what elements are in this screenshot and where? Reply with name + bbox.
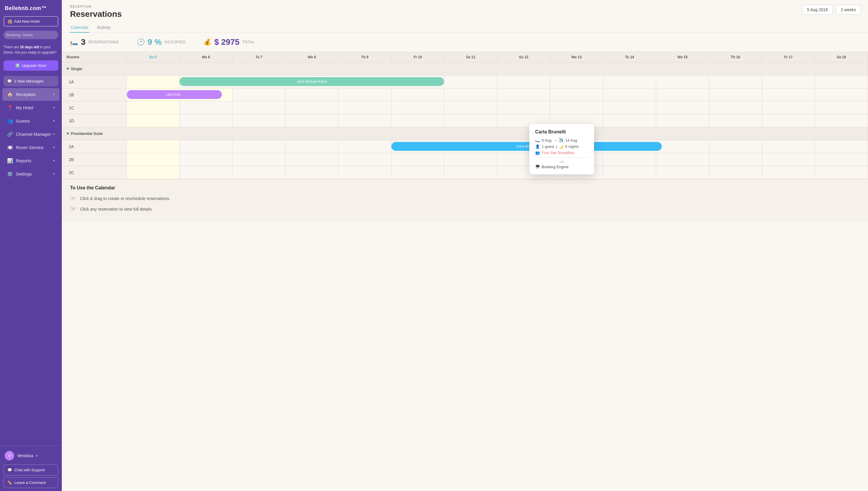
cell-2a-th16[interactable] [709,140,762,153]
cell-2a-mo6[interactable] [180,140,232,153]
sidebar-item-reception[interactable]: 🏠 Reception ▾ [2,88,59,101]
cell-1b-tu7[interactable] [232,88,285,101]
cell-2b-we15[interactable] [656,153,709,166]
cell-2c-th9[interactable] [338,166,391,179]
cell-2c-fr10[interactable] [391,166,444,179]
cell-1a-tu14[interactable] [603,76,656,88]
cell-1c-su5[interactable] [126,101,180,114]
cell-1b-fr17[interactable] [762,88,815,101]
cell-2a-we8[interactable] [285,140,338,153]
cell-2b-we8[interactable] [285,153,338,166]
cell-2b-sa18[interactable] [815,153,868,166]
cell-1a-mo13[interactable] [550,76,603,88]
reservation-bar-lars[interactable]: Lars And... [127,90,222,99]
cell-1d-we15[interactable] [656,114,709,127]
cell-1d-tu7[interactable] [232,114,285,127]
cell-1c-sa11[interactable] [444,101,497,114]
cell-1c-th9[interactable] [338,101,391,114]
cell-1b-su12[interactable] [497,88,550,101]
chat-support-button[interactable]: 💬 Chat with Support [3,464,58,475]
sidebar-item-channel-manager[interactable]: 🔗 Channel Manager ▾ [2,128,59,141]
search-input[interactable] [3,31,58,39]
cell-1b-su5[interactable]: Lars And... [126,88,232,101]
cell-2c-we15[interactable] [656,166,709,179]
cell-2c-we8[interactable] [285,166,338,179]
cell-2a-fr17[interactable] [762,140,815,153]
calendar-area[interactable]: Rooms Su 5 Mo 6 Tu 7 We 8 Th 9 Fr 10 Sa … [62,52,868,491]
upgrade-button[interactable]: ⬆️ Upgrade Now! [3,60,58,71]
cell-1b-mo13[interactable] [550,88,603,101]
cell-1c-we15[interactable] [656,101,709,114]
cell-1a-fr17[interactable] [762,76,815,88]
cell-1b-fr10[interactable] [391,88,444,101]
cell-2c-tu7[interactable] [232,166,285,179]
sidebar-item-settings[interactable]: ⚙️ Settings ▾ [2,168,59,180]
cell-2c-th16[interactable] [709,166,762,179]
cell-1a-we15[interactable] [656,76,709,88]
cell-2b-sa11[interactable] [444,153,497,166]
cell-2b-th9[interactable] [338,153,391,166]
cell-1b-th16[interactable] [709,88,762,101]
cell-2a-su5[interactable] [126,140,180,153]
cell-1a-mo6[interactable]: John Michael Kane [180,76,444,88]
cell-2b-mo6[interactable] [180,153,232,166]
cell-2c-fr17[interactable] [762,166,815,179]
sidebar-item-reports[interactable]: 📊 Reports ▾ [2,154,59,167]
cell-1a-th16[interactable] [709,76,762,88]
cell-1b-sa11[interactable] [444,88,497,101]
cell-1c-we8[interactable] [285,101,338,114]
cell-1c-fr17[interactable] [762,101,815,114]
cell-1b-th9[interactable] [338,88,391,101]
reservation-bar-john[interactable]: John Michael Kane [180,77,444,86]
cell-1b-sa18[interactable] [815,88,868,101]
cell-1d-th9[interactable] [338,114,391,127]
cell-1d-tu14[interactable] [603,114,656,127]
sidebar-item-guests[interactable]: 👥 Guests ▾ [2,115,59,127]
cell-1c-tu14[interactable] [603,101,656,114]
user-profile[interactable]: V Veronica ▾ [3,449,58,463]
cell-1d-su5[interactable] [126,114,180,127]
cell-2a-tu7[interactable] [232,140,285,153]
cell-1c-th16[interactable] [709,101,762,114]
cell-1c-fr10[interactable] [391,101,444,114]
sidebar-item-myhotel[interactable]: 📍 My Hotel ▾ [2,101,59,114]
messages-button[interactable]: 💬 1 New Messages [3,76,58,86]
date-selector[interactable]: 5 Aug 2018 [802,5,833,15]
cell-1d-th16[interactable] [709,114,762,127]
cell-1b-tu14[interactable] [603,88,656,101]
cell-1d-we8[interactable] [285,114,338,127]
cell-2b-fr17[interactable] [762,153,815,166]
cell-1c-sa18[interactable] [815,101,868,114]
cell-2b-th16[interactable] [709,153,762,166]
cell-1d-mo6[interactable] [180,114,232,127]
cell-2b-fr10[interactable] [391,153,444,166]
tab-calendar[interactable]: Calendar [70,22,89,33]
cell-1c-su12[interactable] [497,101,550,114]
cell-1d-fr17[interactable] [762,114,815,127]
add-new-hotel-button[interactable]: 🏨 Add New Hotel [3,16,58,27]
cell-2b-tu7[interactable] [232,153,285,166]
cell-2c-mo6[interactable] [180,166,232,179]
cell-2c-su5[interactable] [126,166,180,179]
tab-activity[interactable]: Activity [96,22,112,33]
cell-1d-sa18[interactable] [815,114,868,127]
cell-2b-tu14[interactable] [603,153,656,166]
cell-1d-fr10[interactable] [391,114,444,127]
cell-1d-sa11[interactable] [444,114,497,127]
cell-2b-su5[interactable] [126,153,180,166]
cell-1a-sa18[interactable] [815,76,868,88]
cell-2a-th9[interactable] [338,140,391,153]
cell-2a-fr10[interactable]: Carla Brunelli [391,140,656,153]
cell-2c-sa18[interactable] [815,166,868,179]
week-selector[interactable]: 2 weeks [836,5,861,15]
reservation-bar-carla[interactable]: Carla Brunelli [391,142,662,151]
cell-1b-we8[interactable] [285,88,338,101]
cell-1c-mo6[interactable] [180,101,232,114]
sidebar-item-room-service[interactable]: 🍽️ Room Service ▾ [2,141,59,154]
cell-2c-sa11[interactable] [444,166,497,179]
cell-1b-we15[interactable] [656,88,709,101]
cell-1a-su5[interactable] [126,76,180,88]
cell-1c-tu7[interactable] [232,101,285,114]
cell-1a-sa11[interactable] [444,76,497,88]
cell-2c-tu14[interactable] [603,166,656,179]
